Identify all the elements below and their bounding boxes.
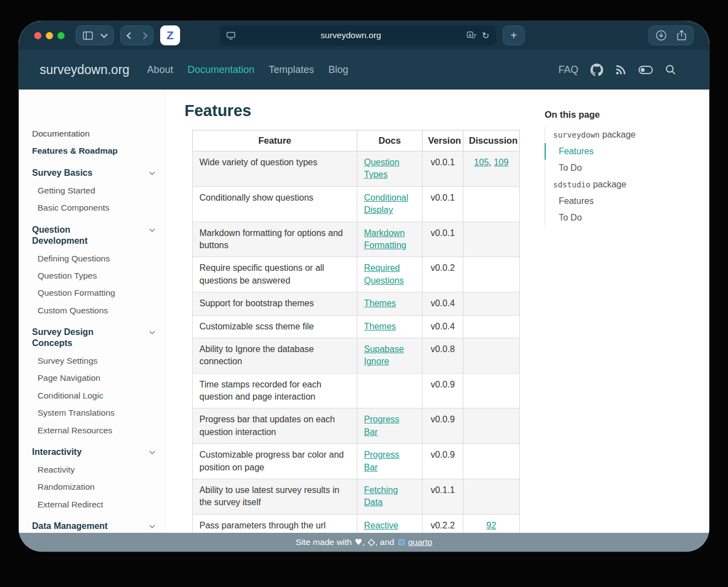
toc-item-features[interactable]: Features bbox=[545, 193, 699, 209]
toc-item-features[interactable]: Features bbox=[545, 143, 699, 160]
share-icon[interactable] bbox=[677, 30, 687, 41]
tab-group-menu-button[interactable] bbox=[102, 34, 107, 37]
toc-item-surveydown-package[interactable]: surveydown package bbox=[545, 127, 699, 143]
table-row: Pass parameters through the urlReactivev… bbox=[193, 514, 520, 533]
sidebar-item-external-redirect[interactable]: External Redirect bbox=[19, 496, 165, 513]
docs-link[interactable]: Progress Bar bbox=[364, 415, 399, 436]
docs-link[interactable]: Markdown Formatting bbox=[364, 228, 406, 250]
sidebar-item-question-types[interactable]: Question Types bbox=[19, 267, 165, 284]
sidebar-item-label: Data Management bbox=[32, 521, 108, 532]
reload-icon[interactable]: ↻ bbox=[482, 30, 489, 41]
sidebar-item-conditional-logic[interactable]: Conditional Logic bbox=[19, 387, 165, 404]
translate-icon[interactable]: A bbox=[467, 32, 477, 40]
sidebar-item-features-roadmap[interactable]: Features & Roadmap bbox=[19, 142, 165, 159]
sidebar-item-documentation[interactable]: Documentation bbox=[19, 125, 165, 142]
page-body: DocumentationFeatures & RoadmapSurvey Ba… bbox=[19, 90, 709, 533]
url-text: surveydown.org bbox=[235, 30, 467, 40]
sidebar-item-label: Reactivity bbox=[38, 464, 75, 475]
nav-faq[interactable]: FAQ bbox=[558, 64, 578, 76]
version-cell: v0.0.1 bbox=[423, 151, 463, 187]
sidebar-item-page-navigation[interactable]: Page Navigation bbox=[19, 369, 165, 386]
sidebar-item-survey-settings[interactable]: Survey Settings bbox=[19, 352, 165, 369]
sidebar-item-defining-questions[interactable]: Defining Questions bbox=[19, 250, 165, 267]
docs-cell: Question Types bbox=[357, 151, 423, 187]
discussion-link[interactable]: 105 bbox=[474, 158, 489, 167]
toc-item-sdstudio-package[interactable]: sdstudio package bbox=[545, 176, 699, 193]
docs-link[interactable]: Required Questions bbox=[364, 263, 404, 285]
chevron-down-icon[interactable] bbox=[150, 224, 154, 231]
sidebar-item-getting-started[interactable]: Getting Started bbox=[19, 182, 165, 199]
toc-item-label: package bbox=[590, 180, 626, 189]
footer-and: , and bbox=[375, 537, 394, 547]
nav-templates[interactable]: Templates bbox=[268, 64, 314, 76]
sidebar-item-label: System Translations bbox=[38, 407, 115, 418]
sidebar-item-system-translations[interactable]: System Translations bbox=[19, 404, 165, 421]
nav-about[interactable]: About bbox=[147, 64, 173, 76]
zoom-window-button[interactable] bbox=[57, 32, 65, 39]
chevron-down-icon[interactable] bbox=[150, 447, 154, 453]
docs-cell: Fetching Data bbox=[357, 479, 423, 515]
sidebar-item-question-development[interactable]: Question Development bbox=[19, 221, 165, 250]
dark-mode-toggle-icon[interactable] bbox=[639, 66, 653, 74]
github-icon[interactable] bbox=[590, 64, 603, 76]
search-icon[interactable] bbox=[665, 64, 676, 75]
docs-cell: Themes bbox=[357, 315, 423, 338]
sidebar-item-survey-basics[interactable]: Survey Basics bbox=[19, 164, 165, 182]
sidebar-item-external-resources[interactable]: External Resources bbox=[19, 422, 165, 439]
toc-item-to-do[interactable]: To Do bbox=[545, 209, 699, 226]
docs-link[interactable]: Themes bbox=[364, 322, 396, 331]
chevron-down-icon[interactable] bbox=[150, 327, 154, 333]
table-row: Customizable scss theme fileThemesv0.0.4 bbox=[193, 315, 520, 338]
docs-link[interactable]: Reactive bbox=[364, 521, 398, 530]
sidebar-item-data-management[interactable]: Data Management bbox=[19, 517, 165, 533]
main-content: Features FeatureDocsVersionDiscussion Wi… bbox=[166, 90, 544, 533]
nav-documentation[interactable]: Documentation bbox=[187, 64, 254, 76]
version-cell: v0.0.4 bbox=[423, 292, 463, 315]
window-controls bbox=[34, 32, 65, 39]
discussion-cell bbox=[463, 222, 520, 257]
discussion-link[interactable]: 109 bbox=[494, 158, 509, 167]
minimize-window-button[interactable] bbox=[46, 32, 53, 39]
docs-link[interactable]: Supabase Ignore bbox=[364, 344, 404, 366]
discussion-link[interactable]: 92 bbox=[487, 521, 497, 530]
toc-item-to-do[interactable]: To Do bbox=[545, 160, 699, 176]
sidebar-item-reactivity[interactable]: Reactivity bbox=[19, 461, 165, 478]
toc: On this page surveydown packageFeaturesT… bbox=[544, 90, 709, 533]
discussion-cell: 92 bbox=[463, 514, 520, 533]
discussion-cell bbox=[463, 338, 520, 373]
sidebar-item-survey-design-concepts[interactable]: Survey Design Concepts bbox=[19, 323, 165, 352]
docs-cell: Conditional Display bbox=[357, 186, 423, 222]
docs-link[interactable]: Progress Bar bbox=[364, 450, 399, 471]
quarto-link[interactable]: quarto bbox=[408, 537, 432, 547]
sidebar-item-basic-components[interactable]: Basic Components bbox=[19, 199, 165, 216]
site-brand[interactable]: surveydown.org bbox=[40, 62, 129, 77]
sidebar-item-custom-questions[interactable]: Custom Questions bbox=[19, 302, 165, 319]
chevron-down-icon[interactable] bbox=[150, 521, 154, 527]
new-tab-button[interactable]: + bbox=[503, 25, 525, 45]
close-window-button[interactable] bbox=[34, 32, 41, 39]
footer-sep: , bbox=[362, 537, 365, 547]
docs-link[interactable]: Themes bbox=[364, 298, 396, 308]
rss-icon[interactable] bbox=[615, 64, 626, 75]
docs-link[interactable]: Fetching Data bbox=[364, 485, 398, 507]
docs-link[interactable]: Question Types bbox=[364, 158, 399, 179]
chevron-down-icon[interactable] bbox=[150, 167, 154, 174]
chevron-down-icon bbox=[101, 31, 108, 38]
nav-blog[interactable]: Blog bbox=[329, 64, 349, 76]
address-bar[interactable]: surveydown.org A ↻ bbox=[220, 25, 496, 46]
sidebar-toggle-button[interactable] bbox=[83, 32, 93, 40]
forward-button[interactable] bbox=[141, 33, 146, 38]
version-cell: v0.0.8 bbox=[423, 338, 463, 373]
z-app-icon[interactable]: Z bbox=[160, 25, 180, 45]
back-button[interactable] bbox=[128, 33, 133, 38]
docs-link[interactable]: Conditional Display bbox=[364, 193, 408, 214]
page-settings-icon[interactable] bbox=[226, 32, 235, 40]
sidebar-item-randomization[interactable]: Randomization bbox=[19, 478, 165, 495]
toc-item-label: To Do bbox=[559, 163, 582, 172]
toc-item-label: Features bbox=[559, 146, 594, 156]
browser-toolbar: Z surveydown.org A ↻ + bbox=[19, 21, 709, 50]
sidebar-item-question-formatting[interactable]: Question Formatting bbox=[19, 284, 165, 301]
sidebar-item-label: Defining Questions bbox=[38, 253, 110, 264]
sidebar-item-interactivity[interactable]: Interactivity bbox=[19, 443, 165, 461]
downloads-icon[interactable] bbox=[656, 30, 667, 41]
